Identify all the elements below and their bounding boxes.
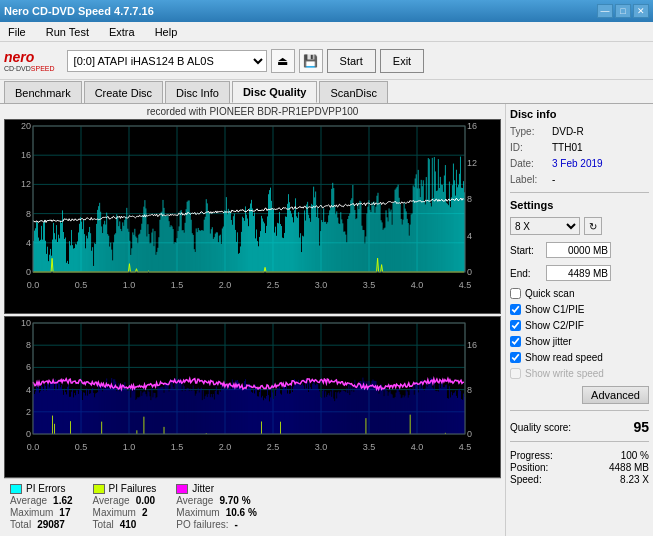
progress-section: Progress: 100 % Position: 4488 MB Speed:… (510, 450, 649, 486)
legend-pi-errors: PI Errors Average 1.62 Maximum 17 Total … (10, 483, 73, 530)
read-speed-row: Show read speed (510, 352, 649, 363)
tab-create-disc[interactable]: Create Disc (84, 81, 163, 103)
top-chart (4, 119, 501, 314)
tab-scandisc[interactable]: ScanDisc (319, 81, 387, 103)
pi-errors-max-label: Maximum (10, 507, 53, 518)
speed-select[interactable]: 8 X (510, 217, 580, 235)
quick-scan-label: Quick scan (525, 288, 574, 299)
end-label: End: (510, 268, 542, 279)
toolbar: nero CD·DVDSPEED [0:0] ATAPI iHAS124 B A… (0, 42, 653, 80)
disc-id-value: TTH01 (552, 142, 583, 153)
pi-errors-total-value: 29087 (37, 519, 65, 530)
speed-label: Speed: (510, 474, 542, 485)
write-speed-row: Show write speed (510, 368, 649, 379)
c2-pif-checkbox[interactable] (510, 320, 521, 331)
jitter-row: Show jitter (510, 336, 649, 347)
position-label: Position: (510, 462, 548, 473)
chart-title: recorded with PIONEER BDR-PR1EPDVPP100 (4, 106, 501, 117)
pi-failures-total-value: 410 (120, 519, 137, 530)
start-button[interactable]: Start (327, 49, 376, 73)
menubar: File Run Test Extra Help (0, 22, 653, 42)
disc-date-row: Date: 3 Feb 2019 (510, 158, 649, 169)
c1-pie-checkbox[interactable] (510, 304, 521, 315)
logo-nero: nero (4, 49, 34, 65)
progress-label: Progress: (510, 450, 553, 461)
quick-scan-row: Quick scan (510, 288, 649, 299)
app-title: Nero CD-DVD Speed 4.7.7.16 (4, 5, 154, 17)
quality-score-value: 95 (633, 419, 649, 435)
start-mb-row: Start: (510, 242, 649, 258)
progress-value: 100 % (621, 450, 649, 461)
advanced-button[interactable]: Advanced (582, 386, 649, 404)
pi-failures-color (93, 484, 105, 494)
tab-bar: Benchmark Create Disc Disc Info Disc Qua… (0, 80, 653, 104)
disc-id-row: ID: TTH01 (510, 142, 649, 153)
pi-errors-color (10, 484, 22, 494)
legend-pi-failures: PI Failures Average 0.00 Maximum 2 Total… (93, 483, 157, 530)
bottom-chart (4, 316, 501, 478)
end-mb-field[interactable] (546, 265, 611, 281)
jitter-label: Jitter (192, 483, 214, 494)
logo: nero CD·DVDSPEED (4, 49, 55, 72)
po-failures-value: - (235, 519, 238, 530)
tab-disc-info[interactable]: Disc Info (165, 81, 230, 103)
close-button[interactable]: ✕ (633, 4, 649, 18)
write-speed-label: Show write speed (525, 368, 604, 379)
c2-pif-label: Show C2/PIF (525, 320, 584, 331)
disc-info-title: Disc info (510, 108, 649, 120)
speed-row: Speed: 8.23 X (510, 474, 649, 485)
menu-help[interactable]: Help (151, 24, 182, 40)
pi-failures-avg-value: 0.00 (136, 495, 155, 506)
disc-id-label: ID: (510, 142, 548, 153)
disc-label-value: - (552, 174, 555, 185)
menu-extra[interactable]: Extra (105, 24, 139, 40)
jitter-max-label: Maximum (176, 507, 219, 518)
tab-disc-quality[interactable]: Disc Quality (232, 81, 318, 103)
jitter-checkbox[interactable] (510, 336, 521, 347)
pi-errors-max-value: 17 (59, 507, 70, 518)
read-speed-label: Show read speed (525, 352, 603, 363)
jitter-color (176, 484, 188, 494)
titlebar: Nero CD-DVD Speed 4.7.7.16 — □ ✕ (0, 0, 653, 22)
legend-area: PI Errors Average 1.62 Maximum 17 Total … (4, 478, 501, 534)
jitter-label: Show jitter (525, 336, 572, 347)
menu-run-test[interactable]: Run Test (42, 24, 93, 40)
pi-errors-avg-value: 1.62 (53, 495, 72, 506)
pi-errors-avg-label: Average (10, 495, 47, 506)
eject-icon[interactable]: ⏏ (271, 49, 295, 73)
tab-benchmark[interactable]: Benchmark (4, 81, 82, 103)
exit-button[interactable]: Exit (380, 49, 424, 73)
menu-file[interactable]: File (4, 24, 30, 40)
chart-area: recorded with PIONEER BDR-PR1EPDVPP100 P… (0, 104, 505, 536)
quality-score-row: Quality score: 95 (510, 419, 649, 435)
disc-type-row: Type: DVD-R (510, 126, 649, 137)
po-failures-label: PO failures: (176, 519, 228, 530)
start-mb-field[interactable] (546, 242, 611, 258)
quality-score-label: Quality score: (510, 422, 571, 433)
maximize-button[interactable]: □ (615, 4, 631, 18)
refresh-button[interactable]: ↻ (584, 217, 602, 235)
speed-value: 8.23 X (620, 474, 649, 485)
disc-type-label: Type: (510, 126, 548, 137)
disc-label-label: Label: (510, 174, 548, 185)
settings-speed-row: 8 X ↻ (510, 217, 649, 235)
pi-failures-max-label: Maximum (93, 507, 136, 518)
save-icon[interactable]: 💾 (299, 49, 323, 73)
start-label: Start: (510, 245, 542, 256)
c1-pie-label: Show C1/PIE (525, 304, 584, 315)
pi-failures-avg-label: Average (93, 495, 130, 506)
right-panel: Disc info Type: DVD-R ID: TTH01 Date: 3 … (505, 104, 653, 536)
disc-label-row: Label: - (510, 174, 649, 185)
end-mb-row: End: (510, 265, 649, 281)
c1-pie-row: Show C1/PIE (510, 304, 649, 315)
read-speed-checkbox[interactable] (510, 352, 521, 363)
pi-errors-total-label: Total (10, 519, 31, 530)
drive-select[interactable]: [0:0] ATAPI iHAS124 B AL0S (67, 50, 267, 72)
quick-scan-checkbox[interactable] (510, 288, 521, 299)
minimize-button[interactable]: — (597, 4, 613, 18)
progress-row: Progress: 100 % (510, 450, 649, 461)
pi-failures-total-label: Total (93, 519, 114, 530)
position-value: 4488 MB (609, 462, 649, 473)
settings-title: Settings (510, 199, 649, 211)
write-speed-checkbox[interactable] (510, 368, 521, 379)
